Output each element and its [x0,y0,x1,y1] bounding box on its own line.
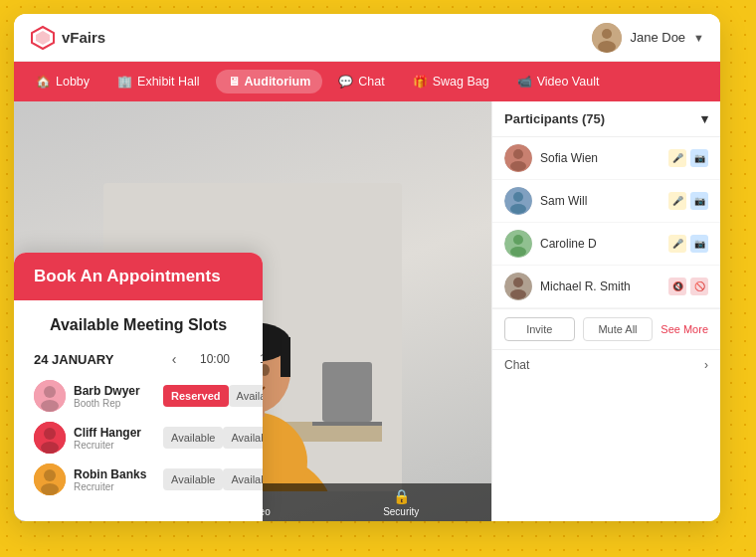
see-more-link[interactable]: See More [661,323,708,335]
person-text-0: Barb Dwyer Booth Rep [74,384,140,409]
swag-icon: 🎁 [413,75,428,89]
participant-row-2: Caroline D 🎤 📷 [492,223,720,266]
mic-icon-0: 🎤 [668,149,686,167]
participant-row-1: Sam Will 🎤 📷 [492,180,720,223]
person-text-1: Cliff Hanger Recruiter [74,426,141,451]
participant-name-1: Sam Will [540,194,661,208]
logo-text: vFairs [62,29,105,46]
slot-1-1[interactable]: Available [223,427,263,449]
svg-point-19 [44,386,56,398]
person-row-1: Cliff Hanger Recruiter AvailableAvailabl… [34,422,243,454]
chevron-down-icon[interactable]: ▼ [693,32,704,44]
chevron-participants[interactable]: ▾ [701,111,708,126]
nav-item-auditorium[interactable]: 🖥 Auditorium [216,70,323,93]
top-bar: vFairs Jane Doe ▼ [14,14,720,62]
person-info-1: Cliff Hanger Recruiter [34,422,163,454]
participants-panel: Participants (75) ▾ Sofia Wien 🎤 📷 Sam W… [491,101,720,521]
booking-title: Book An Appointments [34,267,221,285]
cam-icon-0: 📷 [690,149,708,167]
mic-off-icon-3: 🔇 [668,278,686,295]
slot-0-1[interactable]: Available [229,385,263,407]
participant-avatar-0 [504,144,532,172]
chat-expand-icon[interactable]: › [704,358,708,372]
participant-row-0: Sofia Wien 🎤 📷 [492,137,720,180]
participants-title: Participants (75) [504,111,605,126]
nav-item-exhibit-hall[interactable]: 🏢 Exhibit Hall [105,70,212,93]
exhibit-icon: 🏢 [117,75,132,89]
cam-icon-2: 📷 [690,235,708,253]
person-name-1: Cliff Hanger [74,426,141,440]
nav-label-lobby: Lobby [56,75,90,89]
nav-label-exhibit: Exhibit Hall [137,75,200,89]
chat-label: Chat [504,358,529,372]
participant-avatar-3 [504,273,532,300]
svg-point-4 [598,41,616,53]
auditorium-icon: 🖥 [228,75,240,89]
nav-label-auditorium: Auditorium [245,75,311,89]
slot-0-0[interactable]: Reserved [163,385,229,407]
time-nav: ‹ 10:00 10:30 11:00 11:30 12:00 › [163,348,263,370]
participant-icons-0: 🎤 📷 [668,149,708,167]
svg-point-37 [513,278,523,287]
slots-header-row: 24 JANUARY ‹ 10:00 10:30 11:00 11:30 12:… [34,348,243,370]
slot-2-1[interactable]: Available [223,468,263,490]
svg-point-22 [44,428,56,440]
person-rows: Barb Dwyer Booth Rep ReservedAvailableAv… [34,380,243,495]
slot-1-0[interactable]: Available [163,427,223,449]
svg-point-3 [602,29,612,39]
date-label: 24 JANUARY [34,352,163,367]
person-role-2: Recruiter [74,481,146,492]
mute-all-button[interactable]: Mute All [583,317,654,341]
nav-item-swag-bag[interactable]: 🎁 Swag Bag [401,70,501,93]
svg-point-31 [513,192,523,202]
security-label: Security [383,506,419,517]
slot-cells-0: ReservedAvailableAvailableAvailableAvail… [163,385,263,407]
nav-label-video: Video Vault [537,75,600,89]
svg-point-29 [510,161,526,171]
person-role-1: Recruiter [74,440,141,451]
meeting-slots-title: Available Meeting Slots [34,316,243,334]
participants-header: Participants (75) ▾ [492,101,720,137]
person-text-2: Robin Banks Recruiter [74,467,146,492]
content-area: ⋯ More 📷 Stop Video 🔒 Security Book An A… [14,101,720,521]
nav-item-chat[interactable]: 💬 Chat [326,70,396,93]
svg-point-28 [513,149,523,159]
nav-item-lobby[interactable]: 🏠 Lobby [24,70,101,93]
person-name-0: Barb Dwyer [74,384,140,398]
participant-avatar-1 [504,187,532,215]
slot-2-0[interactable]: Available [163,468,223,490]
chat-icon: 💬 [338,75,353,89]
user-name: Jane Doe [630,30,685,45]
person-info-2: Robin Banks Recruiter [34,464,163,495]
person-row-2: Robin Banks Recruiter AvailableAvailable… [34,464,243,495]
svg-point-32 [510,204,526,214]
svg-point-38 [510,289,526,299]
nav-bar: 🏠 Lobby 🏢 Exhibit Hall 🖥 Auditorium 💬 Ch… [14,62,720,101]
security-button[interactable]: 🔒 Security [383,488,419,517]
chat-section-mini[interactable]: Chat › [492,349,720,380]
user-area: Jane Doe ▼ [592,23,704,53]
participant-icons-3: 🔇 🚫 [668,278,708,295]
svg-rect-15 [281,337,290,377]
person-info-0: Barb Dwyer Booth Rep [34,380,163,412]
mic-icon-2: 🎤 [668,235,686,253]
participant-row-3: Michael R. Smith 🔇 🚫 [492,266,720,308]
booking-header: Book An Appointments [14,253,263,300]
cam-off-icon-3: 🚫 [690,278,708,295]
logo: vFairs [30,25,105,51]
participant-name-3: Michael R. Smith [540,279,661,293]
nav-label-swag: Swag Bag [433,75,489,89]
person-avatar-0 [34,380,66,412]
svg-point-25 [44,469,56,481]
participant-icons-2: 🎤 📷 [668,235,708,253]
home-icon: 🏠 [36,75,51,89]
prev-arrow[interactable]: ‹ [163,348,185,370]
participant-name-2: Caroline D [540,237,661,251]
invite-button[interactable]: Invite [504,317,575,341]
participants-actions: Invite Mute All See More [492,308,720,349]
participant-icons-1: 🎤 📷 [668,192,708,210]
nav-label-chat: Chat [358,75,384,89]
mic-icon-1: 🎤 [668,192,686,210]
svg-point-34 [513,235,523,245]
nav-item-video-vault[interactable]: 📹 Video Vault [505,70,612,93]
